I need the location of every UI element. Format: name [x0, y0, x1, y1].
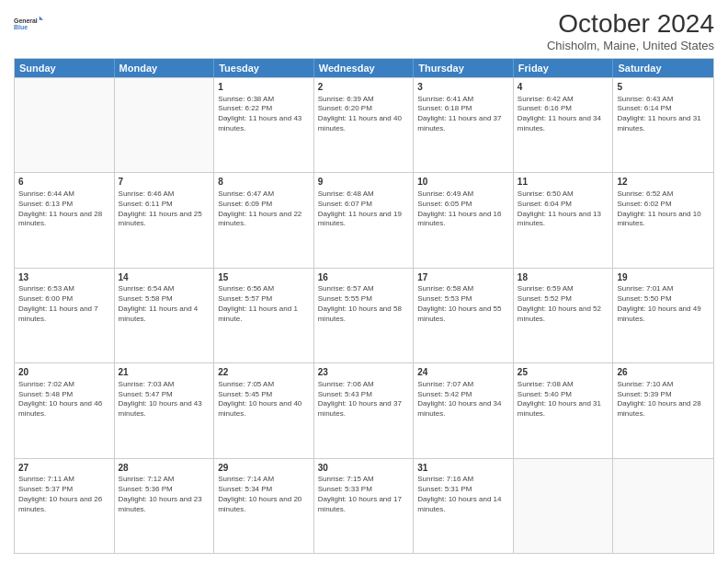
calendar-cell: 20 Sunrise: 7:02 AM Sunset: 5:48 PM Dayl…: [15, 363, 115, 457]
cell-daylight: Daylight: 11 hours and 4 minutes.: [119, 304, 210, 325]
cell-daylight: Daylight: 10 hours and 46 minutes.: [18, 399, 110, 419]
cell-sunset: Sunset: 6:22 PM: [218, 104, 310, 114]
calendar-cell: 31 Sunrise: 7:16 AM Sunset: 5:31 PM Dayl…: [414, 459, 514, 553]
cell-sunset: Sunset: 5:53 PM: [417, 294, 509, 304]
cell-daylight: Daylight: 11 hours and 25 minutes.: [119, 210, 210, 230]
cell-daylight: Daylight: 11 hours and 10 minutes.: [617, 210, 710, 230]
svg-marker-1: [40, 16, 43, 19]
header: General Blue October 2024 Chisholm, Main…: [14, 9, 714, 52]
cell-day-number: 11: [518, 176, 609, 189]
calendar: SundayMondayTuesdayWednesdayThursdayFrid…: [14, 58, 714, 554]
cell-sunset: Sunset: 6:16 PM: [518, 104, 609, 114]
cell-sunrise: Sunrise: 7:14 AM: [218, 475, 310, 485]
cell-sunset: Sunset: 5:45 PM: [218, 390, 310, 400]
cell-daylight: Daylight: 11 hours and 16 minutes.: [417, 210, 509, 230]
cell-sunrise: Sunrise: 6:54 AM: [119, 284, 210, 294]
cell-daylight: Daylight: 11 hours and 37 minutes.: [417, 114, 509, 134]
cell-sunrise: Sunrise: 7:08 AM: [518, 380, 609, 390]
cell-sunset: Sunset: 5:33 PM: [318, 485, 410, 495]
cell-day-number: 16: [318, 271, 410, 284]
cell-sunset: Sunset: 6:07 PM: [318, 200, 410, 210]
cell-sunset: Sunset: 5:31 PM: [417, 485, 509, 495]
cell-daylight: Daylight: 11 hours and 40 minutes.: [318, 114, 410, 134]
cell-sunrise: Sunrise: 6:39 AM: [318, 95, 410, 105]
cell-sunrise: Sunrise: 7:07 AM: [417, 380, 509, 390]
cell-day-number: 25: [518, 366, 609, 379]
calendar-cell: 26 Sunrise: 7:10 AM Sunset: 5:39 PM Dayl…: [613, 363, 713, 457]
cell-daylight: Daylight: 10 hours and 26 minutes.: [18, 495, 110, 515]
cell-daylight: Daylight: 10 hours and 34 minutes.: [417, 399, 509, 419]
cell-sunrise: Sunrise: 7:10 AM: [617, 380, 710, 390]
logo-svg: General Blue: [14, 9, 43, 39]
cell-daylight: Daylight: 11 hours and 22 minutes.: [218, 210, 310, 230]
cell-sunset: Sunset: 5:47 PM: [119, 390, 210, 400]
calendar-week-row: 1 Sunrise: 6:38 AM Sunset: 6:22 PM Dayli…: [15, 77, 713, 172]
cell-sunrise: Sunrise: 6:46 AM: [119, 190, 210, 200]
cell-day-number: 19: [617, 271, 710, 284]
cell-daylight: Daylight: 10 hours and 43 minutes.: [119, 399, 210, 419]
cell-day-number: 9: [318, 176, 410, 189]
cell-daylight: Daylight: 10 hours and 55 minutes.: [417, 304, 509, 325]
cell-sunset: Sunset: 5:40 PM: [518, 390, 609, 400]
cell-sunset: Sunset: 5:34 PM: [218, 485, 310, 495]
cell-sunrise: Sunrise: 6:58 AM: [417, 284, 509, 294]
calendar-cell: 27 Sunrise: 7:11 AM Sunset: 5:37 PM Dayl…: [15, 459, 115, 553]
cell-day-number: 6: [18, 176, 110, 189]
cell-day-number: 30: [318, 462, 410, 475]
cell-day-number: 3: [417, 81, 509, 94]
cell-daylight: Daylight: 10 hours and 58 minutes.: [318, 304, 410, 325]
calendar-cell: 18 Sunrise: 6:59 AM Sunset: 5:52 PM Dayl…: [514, 269, 614, 362]
cell-sunrise: Sunrise: 7:16 AM: [417, 475, 509, 485]
cell-sunrise: Sunrise: 6:41 AM: [417, 95, 509, 105]
cell-day-number: 13: [18, 271, 110, 284]
cell-sunrise: Sunrise: 6:52 AM: [617, 190, 710, 200]
cell-sunrise: Sunrise: 6:56 AM: [218, 284, 310, 294]
cell-sunset: Sunset: 5:42 PM: [417, 390, 509, 400]
page: General Blue October 2024 Chisholm, Main…: [0, 0, 728, 563]
calendar-header-cell: Friday: [514, 59, 614, 77]
calendar-cell: 25 Sunrise: 7:08 AM Sunset: 5:40 PM Dayl…: [514, 363, 614, 457]
cell-sunset: Sunset: 5:57 PM: [218, 294, 310, 304]
calendar-cell: 8 Sunrise: 6:47 AM Sunset: 6:09 PM Dayli…: [214, 173, 314, 267]
cell-day-number: 28: [119, 462, 210, 475]
cell-daylight: Daylight: 11 hours and 1 minute.: [218, 304, 310, 325]
cell-daylight: Daylight: 10 hours and 28 minutes.: [617, 399, 710, 419]
cell-sunrise: Sunrise: 7:15 AM: [318, 475, 410, 485]
calendar-header-cell: Monday: [115, 59, 215, 77]
cell-day-number: 1: [218, 81, 310, 94]
calendar-header-cell: Thursday: [414, 59, 514, 77]
cell-daylight: Daylight: 11 hours and 19 minutes.: [318, 210, 410, 230]
calendar-cell: 4 Sunrise: 6:42 AM Sunset: 6:16 PM Dayli…: [514, 78, 614, 172]
cell-daylight: Daylight: 10 hours and 49 minutes.: [617, 304, 710, 325]
cell-sunrise: Sunrise: 7:03 AM: [119, 380, 210, 390]
cell-sunrise: Sunrise: 7:02 AM: [18, 380, 110, 390]
cell-day-number: 21: [119, 366, 210, 379]
cell-day-number: 29: [218, 462, 310, 475]
cell-sunrise: Sunrise: 7:11 AM: [18, 475, 110, 485]
cell-sunset: Sunset: 5:39 PM: [617, 390, 710, 400]
cell-day-number: 26: [617, 366, 710, 379]
cell-daylight: Daylight: 10 hours and 40 minutes.: [218, 399, 310, 419]
calendar-header-cell: Tuesday: [214, 59, 314, 77]
cell-sunset: Sunset: 5:37 PM: [18, 485, 110, 495]
calendar-cell: 30 Sunrise: 7:15 AM Sunset: 5:33 PM Dayl…: [314, 459, 415, 553]
cell-sunrise: Sunrise: 6:43 AM: [617, 95, 710, 105]
cell-sunrise: Sunrise: 6:49 AM: [417, 190, 509, 200]
calendar-header-cell: Saturday: [613, 59, 713, 77]
calendar-cell: 13 Sunrise: 6:53 AM Sunset: 6:00 PM Dayl…: [15, 269, 115, 362]
calendar-body: 1 Sunrise: 6:38 AM Sunset: 6:22 PM Dayli…: [15, 77, 713, 553]
cell-sunset: Sunset: 6:14 PM: [617, 104, 710, 114]
cell-sunset: Sunset: 6:18 PM: [417, 104, 509, 114]
calendar-cell: 5 Sunrise: 6:43 AM Sunset: 6:14 PM Dayli…: [613, 78, 713, 172]
calendar-cell: 15 Sunrise: 6:56 AM Sunset: 5:57 PM Dayl…: [214, 269, 314, 362]
calendar-cell: 23 Sunrise: 7:06 AM Sunset: 5:43 PM Dayl…: [314, 363, 415, 457]
calendar-cell: 14 Sunrise: 6:54 AM Sunset: 5:58 PM Dayl…: [115, 269, 215, 362]
cell-sunset: Sunset: 6:05 PM: [417, 200, 509, 210]
cell-daylight: Daylight: 10 hours and 14 minutes.: [417, 495, 509, 515]
cell-day-number: 23: [318, 366, 410, 379]
calendar-week-row: 6 Sunrise: 6:44 AM Sunset: 6:13 PM Dayli…: [15, 172, 713, 267]
calendar-cell: 7 Sunrise: 6:46 AM Sunset: 6:11 PM Dayli…: [115, 173, 215, 267]
cell-day-number: 10: [417, 176, 509, 189]
calendar-cell: 29 Sunrise: 7:14 AM Sunset: 5:34 PM Dayl…: [214, 459, 314, 553]
cell-day-number: 22: [218, 366, 310, 379]
